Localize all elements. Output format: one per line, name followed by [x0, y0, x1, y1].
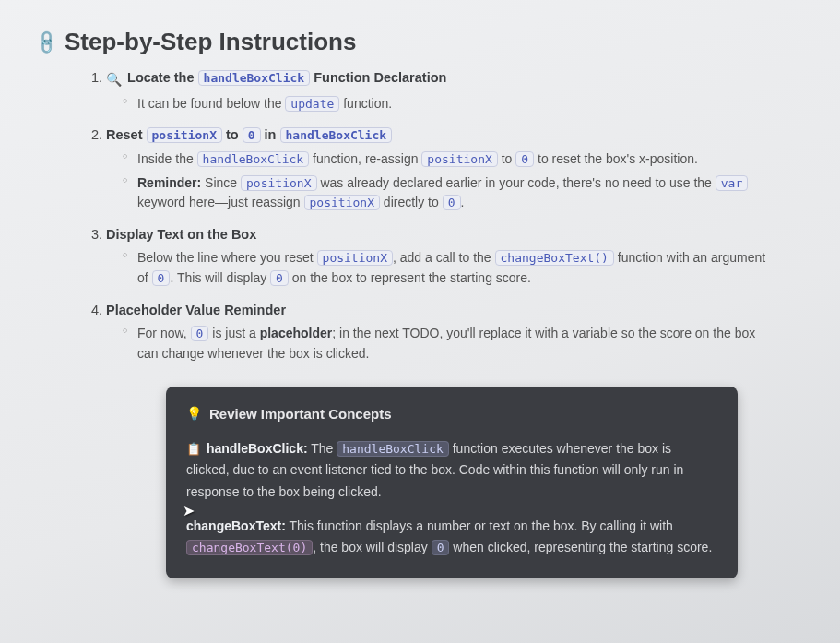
callout-header: 💡 Review Important Concepts	[186, 403, 717, 426]
code-handleBoxClick-dark: handleBoxClick	[337, 441, 449, 457]
lightbulb-icon: 💡	[186, 403, 202, 424]
instructions-list: 🔍 Locate the handleBoxClick Function Dec…	[88, 67, 803, 364]
code-handleBoxClick: handleBoxClick	[198, 70, 311, 86]
code-handleBoxClick: handleBoxClick	[280, 127, 393, 143]
callout-title: Review Important Concepts	[209, 403, 392, 426]
step-3-title: Display Text on the Box	[106, 227, 256, 242]
callout-para-2: changeBoxText: This function displays a …	[186, 516, 717, 558]
step-1-sub-1: It can be found below the update functio…	[123, 94, 766, 114]
code-zero: 0	[152, 270, 171, 286]
step-2-sub-2: Reminder: Since positionX was already de…	[123, 173, 766, 213]
code-zero-dark: 0	[432, 540, 450, 555]
step-2: Reset positionX to 0 in handleBoxClick I…	[106, 125, 766, 213]
code-positionX: positionX	[421, 151, 497, 167]
code-positionX: positionX	[241, 175, 316, 191]
reminder-label: Reminder:	[137, 175, 201, 190]
link-icon: 🔗	[32, 28, 61, 56]
step-1-title-a: Locate the	[127, 70, 198, 85]
review-callout: ➤ 💡 Review Important Concepts 📋 handleBo…	[166, 387, 738, 578]
code-zero: 0	[243, 127, 261, 143]
section-heading: 🔗 Step-by-Step Instructions	[37, 28, 803, 56]
step-4-sub-1: For now, 0 is just a placeholder; in the…	[123, 324, 766, 363]
step-3-sub-1: Below the line where you reset positionX…	[123, 248, 766, 288]
code-positionX: positionX	[147, 127, 222, 143]
code-zero: 0	[270, 270, 289, 286]
code-zero: 0	[443, 195, 461, 210]
step-4-title: Placeholder Value Reminder	[106, 303, 286, 317]
code-zero: 0	[515, 151, 534, 167]
step-1: 🔍 Locate the handleBoxClick Function Dec…	[106, 67, 766, 113]
callout-p2-label: changeBoxText:	[186, 518, 286, 533]
code-positionX: positionX	[304, 195, 380, 210]
step-4: Placeholder Value Reminder For now, 0 is…	[106, 300, 766, 364]
clipboard-icon: 📋	[186, 439, 201, 458]
code-positionX: positionX	[317, 250, 393, 266]
code-var: var	[716, 175, 748, 191]
callout-para-1: 📋 handleBoxClick: The handleBoxClick fun…	[186, 438, 717, 502]
code-changeBoxText: changeBoxText()	[495, 250, 614, 266]
placeholder-strong: placeholder	[260, 326, 333, 340]
code-handleBoxClick: handleBoxClick	[197, 151, 310, 167]
magnifier-icon: 🔍	[106, 70, 122, 90]
code-changeBoxText-call: changeBoxText(0)	[186, 540, 313, 555]
step-1-title-b: Function Declaration	[310, 70, 446, 85]
step-2-sub-1: Inside the handleBoxClick function, re-a…	[123, 149, 766, 170]
step-3: Display Text on the Box Below the line w…	[106, 224, 766, 289]
code-zero: 0	[191, 326, 209, 341]
callout-p1-label: handleBoxClick:	[207, 441, 308, 456]
code-update: update	[285, 96, 339, 112]
page-title: Step-by-Step Instructions	[65, 28, 356, 56]
